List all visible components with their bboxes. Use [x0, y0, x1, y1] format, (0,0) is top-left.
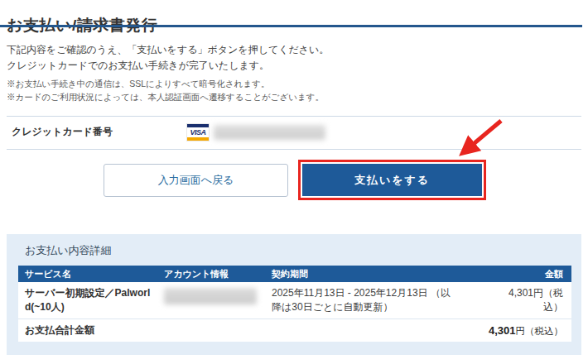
intro-line-1: 下記内容をご確認のうえ、「支払いをする」ボタンを押してください。: [7, 42, 329, 58]
total-amount-number: 4,301: [489, 324, 516, 337]
visa-logo-wordmark: VISA: [187, 127, 209, 137]
pay-button[interactable]: 支払いをする: [302, 164, 482, 196]
total-amount: 4,301円（税込）: [374, 323, 571, 338]
service-name-cell: サーバー初期設定／Palworld(~10人): [18, 286, 157, 314]
notes-text: ※お支払い手続き中の通信は、SSLによりすべて暗号化されます。 ※カードのご利用…: [7, 77, 324, 103]
note-authentication: ※カードのご利用状況によっては、本人認証画面へ遷移することがございます。: [7, 90, 324, 103]
col-header-amount: 金額: [464, 266, 571, 282]
col-header-service: サービス名: [18, 266, 157, 282]
table-row: サーバー初期設定／Palworld(~10人) 2025年11月13日 - 20…: [18, 282, 571, 319]
title-underline: [0, 25, 582, 27]
contract-period-cell: 2025年11月13日 - 2025年12月13日 （以降は30日ごとに自動更新…: [265, 286, 464, 314]
total-amount-suffix: 円（税込）: [516, 326, 564, 336]
total-row: お支払合計金額 4,301円（税込）: [18, 319, 571, 342]
blurred-card-number: [214, 125, 325, 140]
payment-confirmation-page: お支払い/請求書発行 下記内容をご確認のうえ、「支払いをする」ボタンを押してくだ…: [0, 0, 588, 364]
total-label: お支払合計金額: [18, 323, 374, 338]
note-ssl: ※お支払い手続き中の通信は、SSLによりすべて暗号化されます。: [7, 77, 324, 90]
col-header-account: アカウント情報: [157, 266, 265, 282]
back-to-input-button[interactable]: 入力画面へ戻る: [104, 164, 288, 197]
intro-line-2: クレジットカードでのお支払い手続きが完了いたします。: [7, 58, 329, 74]
visa-logo-gold-bar: [187, 137, 209, 141]
blurred-account-info: [164, 288, 257, 304]
payment-details-panel: お支払い内容詳細 サービス名 アカウント情報 契約期間 金額 サーバー初期設定／…: [7, 234, 581, 355]
intro-text: 下記内容をご確認のうえ、「支払いをする」ボタンを押してください。 クレジットカー…: [7, 42, 329, 74]
payment-details-title: お支払い内容詳細: [25, 243, 571, 258]
red-arrow-annotation-icon: [450, 113, 509, 160]
visa-logo-icon: VISA: [186, 123, 210, 141]
divider-top: [7, 116, 581, 117]
account-info-cell: [157, 286, 265, 314]
col-header-period: 契約期間: [265, 266, 464, 282]
pay-button-red-highlight: 支払いをする: [298, 160, 486, 200]
credit-card-number-label: クレジットカード番号: [12, 125, 113, 139]
amount-cell: 4,301円（税込）: [464, 286, 571, 314]
divider-bottom: [7, 149, 581, 150]
payment-details-table: サービス名 アカウント情報 契約期間 金額 サーバー初期設定／Palworld(…: [18, 266, 571, 342]
table-header-row: サービス名 アカウント情報 契約期間 金額: [18, 266, 571, 282]
